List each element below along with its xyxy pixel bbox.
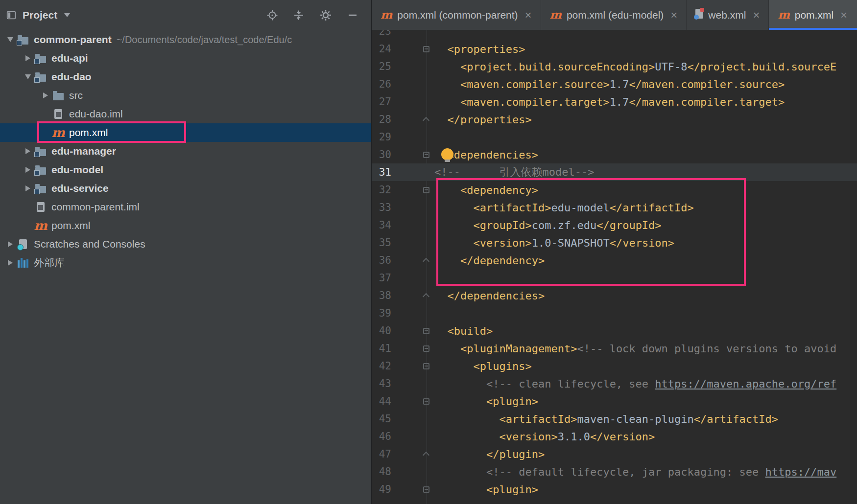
close-tab-icon[interactable]: ×	[525, 9, 532, 21]
collapse-all-icon[interactable]	[293, 9, 305, 21]
close-tab-icon[interactable]: ×	[840, 9, 847, 21]
editor-line-30[interactable]: 30 <dependencies>	[372, 146, 857, 163]
tree-item-src[interactable]: src	[0, 86, 371, 105]
fold-start-icon[interactable]	[419, 340, 433, 357]
code-text: <build>	[433, 322, 857, 340]
editor-line-42[interactable]: 42 <plugins>	[372, 357, 857, 375]
fold-spacer	[419, 216, 433, 234]
editor-line-39[interactable]: 39	[372, 304, 857, 322]
line-number: 41	[372, 343, 419, 354]
tree-item-edu-manager[interactable]: edu-manager	[0, 142, 371, 160]
tree-item-edu-service[interactable]: edu-service	[0, 179, 371, 198]
tree-item-edu-dao[interactable]: edu-dao	[0, 68, 371, 86]
line-number: 45	[372, 413, 419, 425]
editor-tab-pom.xml-common-parent-[interactable]: mpom.xml (common-parent)×	[372, 0, 541, 30]
module-folder-icon	[34, 72, 47, 82]
fold-spacer	[419, 199, 433, 216]
settings-gear-icon[interactable]	[319, 9, 332, 22]
editor-line-43[interactable]: 43 <!-- clean lifecycle, see https://mav…	[372, 375, 857, 392]
editor-line-44[interactable]: 44 <plugin>	[372, 392, 857, 410]
editor-line-36[interactable]: 36 </dependency>	[372, 252, 857, 269]
code-editor[interactable]: 2324 <properties>25 <project.build.sourc…	[372, 30, 857, 504]
editor-line-33[interactable]: 33 <artifactId>edu-model</artifactId>	[372, 199, 857, 216]
fold-end-icon[interactable]	[419, 252, 433, 269]
line-number: 36	[372, 254, 419, 266]
fold-end-icon[interactable]	[419, 287, 433, 304]
editor-line-25[interactable]: 25 <project.build.sourceEncoding>UTF-8</…	[372, 58, 857, 75]
scratches-icon	[17, 239, 29, 249]
code-text: </dependency>	[433, 252, 857, 269]
collapsed-arrow-icon[interactable]	[22, 167, 34, 173]
editor-tab-pom.xml[interactable]: mpom.xml×	[769, 0, 857, 30]
editor-line-47[interactable]: 47 </plugin>	[372, 445, 857, 463]
maven-icon: m	[778, 9, 789, 21]
close-tab-icon[interactable]: ×	[670, 9, 677, 21]
editor-line-45[interactable]: 45 <artifactId>maven-clean-plugin</artif…	[372, 410, 857, 428]
fold-end-icon[interactable]	[419, 111, 433, 128]
tree-item-common-parent[interactable]: common-parent~/Documents/code/java/test_…	[0, 30, 371, 49]
fold-start-icon[interactable]	[419, 40, 433, 58]
tree-item-common-parent.iml[interactable]: common-parent.iml	[0, 198, 371, 216]
editor-line-38[interactable]: 38 </dependencies>	[372, 287, 857, 304]
folder-icon	[52, 91, 65, 100]
web-xml-icon	[695, 9, 703, 21]
editor-line-49[interactable]: 49 <plugin>	[372, 481, 857, 498]
tree-item-label: edu-api	[51, 52, 88, 64]
editor-tab-web.xml[interactable]: web.xml×	[687, 0, 769, 30]
tree-item-外部库[interactable]: 外部库	[0, 253, 371, 272]
tree-item-edu-dao.iml[interactable]: edu-dao.iml	[0, 105, 371, 123]
hide-panel-icon[interactable]	[347, 9, 358, 21]
editor-line-41[interactable]: 41 <pluginManagement><!-- lock down plug…	[372, 340, 857, 357]
editor-line-37[interactable]: 37	[372, 269, 857, 287]
code-text	[433, 128, 857, 146]
project-tool-window: Project	[0, 0, 372, 504]
fold-end-icon[interactable]	[419, 445, 433, 463]
tree-item-pom.xml[interactable]: mpom.xml	[0, 123, 371, 142]
tree-item-scratches-and-consoles[interactable]: Scratches and Consoles	[0, 235, 371, 253]
fold-start-icon[interactable]	[419, 392, 433, 410]
editor-line-24[interactable]: 24 <properties>	[372, 40, 857, 58]
code-text	[433, 269, 857, 287]
code-text	[433, 304, 857, 322]
intention-bulb-icon[interactable]	[441, 148, 453, 160]
project-panel-title[interactable]: Project	[23, 9, 57, 21]
line-number: 48	[372, 466, 419, 478]
tree-item-edu-api[interactable]: edu-api	[0, 49, 371, 68]
collapsed-arrow-icon[interactable]	[22, 185, 34, 191]
collapsed-arrow-icon[interactable]	[22, 55, 34, 61]
expanded-arrow-icon[interactable]	[22, 74, 34, 79]
close-tab-icon[interactable]: ×	[753, 9, 760, 21]
editor-line-28[interactable]: 28 </properties>	[372, 111, 857, 128]
fold-start-icon[interactable]	[419, 357, 433, 375]
editor-line-29[interactable]: 29	[372, 128, 857, 146]
fold-start-icon[interactable]	[419, 181, 433, 199]
editor-line-27[interactable]: 27 <maven.compiler.target>1.7</maven.com…	[372, 93, 857, 111]
editor-tab-pom.xml-edu-model-[interactable]: mpom.xml (edu-model)×	[541, 0, 687, 30]
tree-item-edu-model[interactable]: edu-model	[0, 160, 371, 179]
collapsed-arrow-icon[interactable]	[4, 260, 17, 266]
locate-file-icon[interactable]	[266, 9, 278, 21]
editor-line-40[interactable]: 40 <build>	[372, 322, 857, 340]
collapsed-arrow-icon[interactable]	[39, 92, 52, 98]
fold-start-icon[interactable]	[419, 322, 433, 340]
fold-start-icon[interactable]	[419, 481, 433, 498]
editor-line-26[interactable]: 26 <maven.compiler.source>1.7</maven.com…	[372, 75, 857, 93]
fold-spacer	[419, 463, 433, 481]
line-number: 31	[372, 166, 419, 178]
chevron-down-icon[interactable]	[64, 13, 70, 17]
expanded-arrow-icon[interactable]	[4, 37, 17, 42]
editor-line-35[interactable]: 35 <version>1.0-SNAPSHOT</version>	[372, 234, 857, 252]
line-number: 26	[372, 78, 419, 90]
tree-item-pom.xml[interactable]: mpom.xml	[0, 216, 371, 235]
module-folder-icon	[34, 183, 47, 193]
fold-start-icon[interactable]	[419, 146, 433, 163]
editor-line-32[interactable]: 32 <dependency>	[372, 181, 857, 199]
editor-line-34[interactable]: 34 <groupId>com.zf.edu</groupId>	[372, 216, 857, 234]
editor-line-23[interactable]: 23	[372, 30, 857, 40]
editor-line-46[interactable]: 46 <version>3.1.0</version>	[372, 428, 857, 445]
collapsed-arrow-icon[interactable]	[4, 241, 17, 247]
collapsed-arrow-icon[interactable]	[22, 148, 34, 154]
line-number: 39	[372, 307, 419, 319]
editor-line-31[interactable]: 31<!-- 引入依赖model-->	[372, 163, 857, 181]
editor-line-48[interactable]: 48 <!-- default lifecycle, jar packaging…	[372, 463, 857, 481]
